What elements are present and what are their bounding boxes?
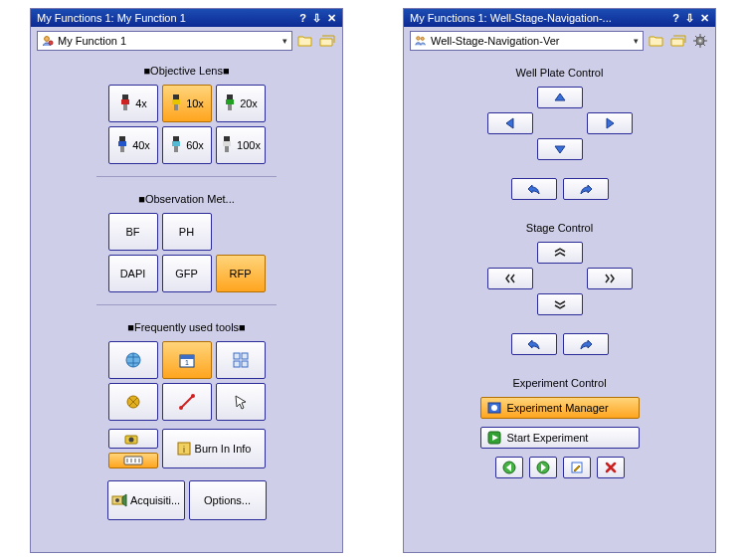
svg-rect-3 [121,99,129,104]
observation-ph-button[interactable]: PH [162,213,212,251]
well-left-button[interactable] [487,112,533,134]
objective-4x-button[interactable]: 4x [108,85,158,122]
svg-rect-27 [242,361,248,367]
stage-undo-button[interactable] [511,333,557,355]
exp-next-button[interactable] [529,457,557,478]
well-plate-arrow-pad [487,87,633,160]
tool-grid-button[interactable] [216,341,266,379]
tools-grid-3: Acquisiti... Options... [107,480,267,520]
tool-contrast-button[interactable] [108,383,158,421]
observation-bf-button[interactable]: BF [108,213,158,251]
stage-title: Stage Control [526,222,593,234]
svg-rect-8 [227,94,233,99]
svg-rect-25 [242,353,248,359]
help-icon[interactable]: ? [672,12,679,25]
svg-point-44 [421,37,424,40]
function-selector-row-right: Well-Stage-Navigation-Ver ▾ [404,27,715,55]
svg-rect-7 [174,104,178,110]
svg-rect-6 [172,99,180,104]
svg-point-30 [179,406,183,410]
person-icon [42,35,54,47]
objective-100x-button[interactable]: 100x [216,126,266,164]
objective-60x-button[interactable]: 60x [162,126,212,164]
folder-open-icon[interactable] [296,32,314,50]
titlebar-right: My Functions 1: Well-Stage-Navigation-..… [404,9,715,27]
svg-rect-15 [172,141,180,146]
stage-redo-button[interactable] [563,333,609,355]
tool-camera-button[interactable] [108,429,158,449]
svg-rect-17 [224,136,230,141]
function-select-dropdown[interactable]: My Function 1 ▾ [37,31,292,51]
well-up-button[interactable] [537,87,583,108]
svg-line-29 [181,396,193,408]
pin-icon[interactable]: ⇩ [685,12,694,25]
close-icon[interactable]: ✕ [700,12,709,25]
svg-rect-2 [122,94,128,99]
svg-rect-10 [228,104,232,110]
svg-rect-14 [173,136,179,141]
titlebar-left: My Functions 1: My Function 1 ? ⇩ ✕ [31,9,342,27]
close-icon[interactable]: ✕ [327,12,336,25]
exp-delete-button[interactable] [597,457,625,478]
well-right-button[interactable] [587,112,633,134]
stage-down-button[interactable] [537,293,583,315]
exp-edit-button[interactable] [563,457,591,478]
pin-icon[interactable]: ⇩ [312,12,321,25]
experiment-manager-button[interactable]: Experiment Manager [480,397,640,419]
people-icon [415,35,427,47]
objective-lens-title: ■Objective Lens■ [143,65,229,77]
tool-pointer-button[interactable] [216,383,266,421]
chevron-down-icon: ▾ [634,36,639,46]
svg-rect-13 [120,146,124,152]
gear-icon[interactable] [691,32,709,50]
observation-gfp-button[interactable]: GFP [162,255,212,292]
start-experiment-button[interactable]: Start Experiment [480,427,640,449]
tool-calendar-button[interactable]: 1 [162,341,212,379]
panel-well-stage-nav: My Functions 1: Well-Stage-Navigation-..… [403,8,716,553]
folder-stack-icon[interactable] [669,32,687,50]
folder-open-icon[interactable] [648,32,665,50]
exp-prev-button[interactable] [495,457,523,478]
help-icon[interactable]: ? [299,12,306,25]
title-text: My Functions 1: My Function 1 [37,12,186,24]
options-button[interactable]: Options... [189,480,267,520]
dropdown-text: Well-Stage-Navigation-Ver [431,35,630,47]
svg-point-42 [115,498,119,502]
function-selector-row: My Function 1 ▾ [31,27,342,55]
well-down-button[interactable] [537,138,583,160]
svg-text:i: i [183,445,185,455]
acquisition-button[interactable]: Acquisiti... [107,480,185,520]
experiment-title: Experiment Control [512,377,606,389]
svg-rect-4 [123,104,127,110]
stage-right-button[interactable] [587,268,633,289]
well-redo-button[interactable] [563,178,609,200]
objective-40x-button[interactable]: 40x [108,126,158,164]
svg-rect-18 [223,141,231,146]
observation-rfp-button[interactable]: RFP [216,255,266,292]
chevron-down-icon: ▾ [282,36,287,46]
svg-point-31 [191,394,195,398]
svg-rect-19 [225,146,229,152]
observation-dapi-button[interactable]: DAPI [108,255,158,292]
function-select-dropdown-right[interactable]: Well-Stage-Navigation-Ver ▾ [410,31,644,51]
objective-20x-button[interactable]: 20x [216,85,266,122]
stage-left-button[interactable] [487,268,533,289]
svg-point-43 [417,37,420,40]
tool-measure-button[interactable] [162,383,212,421]
well-undo-button[interactable] [511,178,557,200]
tools-grid-1: 1 [108,341,266,421]
objective-10x-button[interactable]: 10x [162,85,212,122]
tool-keyboard-button[interactable] [108,453,158,468]
svg-rect-5 [173,94,179,99]
burn-in-info-button[interactable]: i Burn In Info [162,429,266,468]
tool-globe-button[interactable] [108,341,158,379]
tools-grid-2: i Burn In Info [108,429,266,468]
svg-rect-11 [119,136,125,141]
svg-text:1: 1 [185,359,189,366]
svg-point-48 [491,405,497,411]
folder-stack-icon[interactable] [318,32,336,50]
separator [96,304,277,305]
observation-title: ■Observation Met... [138,193,235,205]
stage-up-button[interactable] [537,242,583,264]
svg-point-33 [128,438,133,443]
